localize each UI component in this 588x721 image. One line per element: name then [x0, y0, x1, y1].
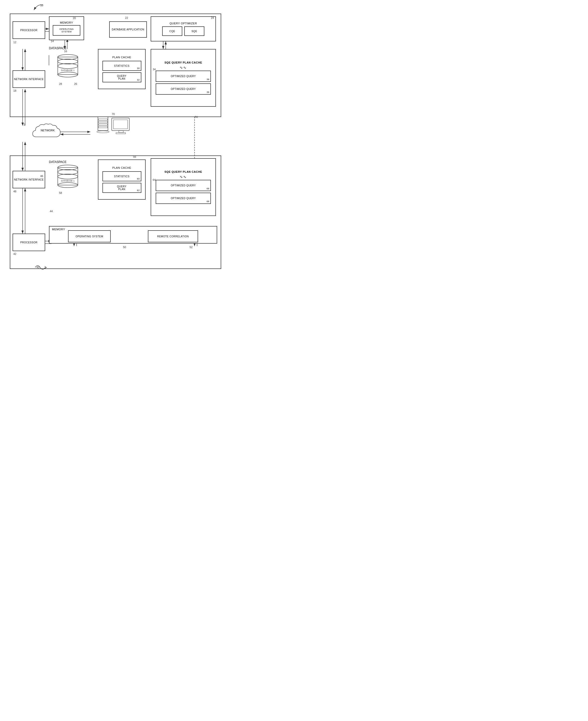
top-sqe-label: SQE — [192, 30, 197, 33]
top-processor-box: PROCESSOR — [13, 21, 45, 39]
network-cloud: NETWORK — [30, 122, 65, 142]
svg-rect-49 — [116, 132, 126, 134]
bot-opt-q2-label: OPTIMIZED QUERY — [171, 197, 196, 200]
top-query-plan-label: QUERYPLAN — [117, 75, 127, 80]
ref-56: 56 — [133, 155, 136, 158]
bot-plan-cache-box: PLAN CACHE STATISTICS 60 QUERYPLAN 62 — [98, 160, 146, 200]
ref-74: 74 — [194, 116, 197, 119]
svg-point-38 — [58, 64, 78, 68]
bot-opt-q1-label: OPTIMIZED QUERY — [171, 184, 196, 187]
svg-point-37 — [58, 59, 78, 64]
ref-20: 20 — [73, 17, 76, 20]
ref-40: 40 — [36, 266, 39, 269]
ref-32: 32 — [137, 79, 140, 81]
top-cqe-box: CQE — [162, 26, 182, 36]
bot-statistics-label: STATISTICS — [114, 175, 129, 178]
bot-processor-box: PROCESSOR — [13, 233, 45, 251]
bot-net-iface-label: NETWORK INTERFACE — [14, 178, 44, 181]
ref-24: 24 — [211, 16, 214, 19]
bot-squiggle: ∿∿ — [180, 175, 187, 179]
top-processor-label: PROCESSOR — [20, 28, 37, 32]
client-computer — [96, 114, 133, 142]
top-memory-label: MEMORY — [60, 21, 73, 24]
ref-30: 30 — [137, 67, 140, 69]
top-db-app-box: DATABASE APPLICATION — [109, 21, 147, 38]
top-cqe-label: CQE — [169, 30, 175, 33]
top-os-box: OPERATINGSYSTEM — [53, 25, 80, 36]
bot-db1-cylinder: DATABASE 1 — [57, 164, 79, 190]
bot-memory-label: MEMORY — [52, 228, 65, 231]
top-qo-box: QUERY OPTIMIZER CQE SQE — [151, 16, 216, 41]
ref-44: 44 — [50, 210, 53, 213]
top-net-iface-label: NETWORK INTERFACE — [14, 78, 44, 81]
ref-26: 26 — [74, 82, 77, 85]
bot-opt-query1-box: OPTIMIZED QUERY 66 — [156, 180, 211, 191]
bot-dataspace-label: DATASPACE — [49, 160, 66, 164]
svg-rect-42 — [99, 121, 107, 123]
ref-12: 12 — [13, 41, 16, 44]
ref-72: 72 — [22, 123, 25, 126]
top-qo-label: QUERY OPTIMIZER — [169, 22, 197, 25]
bot-processor-label: PROCESSOR — [20, 241, 37, 244]
ref-70: 70 — [112, 112, 115, 116]
ref-28: 28 — [59, 82, 62, 85]
bot-remote-corr-label: REMOTE CORRELATION — [157, 235, 189, 238]
top-plan-cache-label: PLAN CACHE — [112, 56, 131, 59]
svg-text:DATABASE 1: DATABASE 1 — [61, 69, 75, 71]
top-opt-query2-box: OPTIMIZED QUERY 36 — [156, 83, 211, 95]
bot-os-box: OPERATING SYSTEM — [68, 230, 111, 242]
ref-10: 10 — [40, 4, 43, 7]
ref-48: 48 — [13, 190, 16, 193]
svg-text:DATABASE 1: DATABASE 1 — [61, 180, 75, 182]
svg-rect-41 — [99, 119, 107, 120]
top-db1-cylinder: DATABASE 1 — [57, 54, 79, 79]
svg-rect-43 — [99, 124, 107, 125]
bot-plan-cache-label: PLAN CACHE — [112, 166, 131, 169]
ref-36a: 36 — [207, 78, 209, 81]
ref-50: 50 — [123, 246, 126, 249]
bot-sqe-cache-box: SQE QUERY PLAN CACHE ∿∿ OPTIMIZED QUERY … — [151, 158, 216, 216]
top-os-label: OPERATINGSYSTEM — [60, 28, 74, 33]
ref-34: 34 — [153, 68, 156, 71]
top-plan-cache-box: PLAN CACHE STATISTICS 30 QUERYPLAN 32 — [98, 49, 146, 89]
top-sqe-cache-label: SQE QUERY PLAN CACHE — [165, 61, 202, 64]
bot-statistics-box: STATISTICS 60 — [102, 171, 141, 181]
bot-sqe-cache-label: SQE QUERY PLAN CACHE — [165, 170, 202, 173]
top-statistics-box: STATISTICS 30 — [102, 61, 141, 71]
ref-36b: 36 — [207, 91, 209, 94]
ref-46: 46 — [40, 174, 43, 178]
bot-memory-bar: MEMORY OPERATING SYSTEM REMOTE CORRELATI… — [49, 226, 217, 244]
ref-62: 62 — [137, 189, 140, 192]
ref-42: 42 — [13, 252, 16, 255]
svg-rect-44 — [99, 126, 107, 128]
top-net-iface-box: NETWORK INTERFACE — [13, 70, 45, 88]
bot-net-iface-box: NETWORK INTERFACE — [13, 171, 45, 188]
top-memory-box: MEMORY OPERATINGSYSTEM — [49, 16, 84, 40]
ref-22: 22 — [125, 16, 128, 19]
bot-opt-query2-box: OPTIMIZED QUERY 66 — [156, 193, 211, 204]
svg-point-54 — [58, 174, 78, 179]
bot-query-plan-label: QUERYPLAN — [117, 185, 127, 191]
svg-rect-48 — [119, 130, 123, 132]
top-sqe-box: SQE — [184, 26, 204, 36]
top-dataspace-label: DATASPACE — [49, 46, 66, 50]
ref-66b: 66 — [207, 200, 209, 203]
ref-58: 58 — [59, 191, 62, 194]
top-opt-q2-label: OPTIMIZED QUERY — [171, 88, 196, 90]
svg-point-53 — [58, 169, 78, 174]
top-db-app-label: DATABASE APPLICATION — [112, 28, 144, 31]
svg-rect-47 — [113, 120, 128, 129]
top-opt-query1-box: OPTIMIZED QUERY 36 — [156, 70, 211, 82]
ref-64: 64 — [153, 178, 156, 181]
ref-16: 16 — [64, 50, 67, 53]
ref-60: 60 — [137, 178, 140, 180]
diagram-container: 10 PROCESSOR 12 MEMORY OPERATINGSYSTEM 2… — [0, 0, 226, 276]
top-query-plan-box: QUERYPLAN 32 — [102, 72, 141, 82]
ref-18: 18 — [13, 89, 16, 92]
top-opt-q1-label: OPTIMIZED QUERY — [171, 75, 196, 78]
bot-remote-corr-box: REMOTE CORRELATION — [148, 230, 198, 242]
ref-66a: 66 — [207, 187, 209, 190]
top-sqe-cache-box: SQE QUERY PLAN CACHE ∿∿ OPTIMIZED QUERY … — [151, 49, 216, 107]
svg-point-45 — [97, 131, 109, 133]
bot-os-label: OPERATING SYSTEM — [76, 235, 103, 238]
